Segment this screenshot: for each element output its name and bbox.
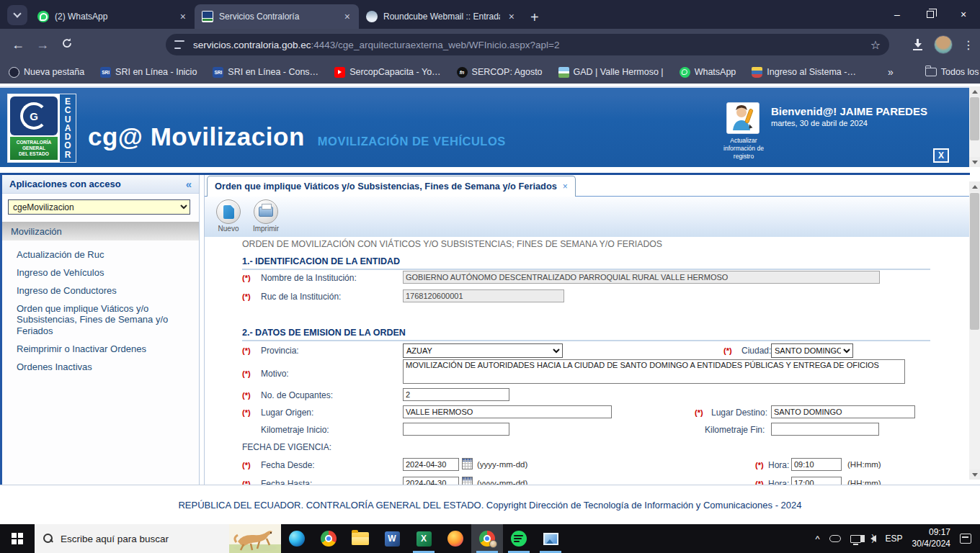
bookmark-sri-inicio[interactable]: SRISRI en Línea - Inicio [100, 67, 197, 78]
back-button[interactable]: ← [6, 37, 30, 53]
bookmark-sercop-agosto[interactable]: fnSERCOP: Agosto [457, 67, 543, 78]
required-mark: (*) [242, 369, 251, 378]
browser-tab-whatsapp[interactable]: (2) WhatsApp × [30, 4, 195, 29]
hora-hasta-input[interactable] [791, 477, 842, 485]
taskbar-chrome[interactable] [313, 524, 344, 553]
cge-logo: G CONTRALORÍAGENERALDEL ESTADO ECUADOR [7, 94, 76, 163]
tab-close-icon[interactable]: × [506, 11, 517, 22]
taskbar-clock[interactable]: 09:17 30/4/2024 [912, 527, 950, 549]
sidebar-item-actualizacion-ruc[interactable]: Actualización de Ruc [17, 249, 187, 261]
fecha-hasta-input[interactable] [403, 477, 459, 485]
browser-menu-icon[interactable]: ⋮ [963, 38, 974, 52]
ciudad-select[interactable]: SANTO DOMINGO [771, 343, 853, 358]
bookmark-sri-consultas[interactable]: SRISRI en Línea - Cons… [213, 67, 318, 78]
whatsapp-icon [37, 11, 49, 22]
lugar-destino-input[interactable] [771, 405, 915, 418]
tab-close-icon[interactable]: × [177, 11, 189, 22]
start-button[interactable] [0, 524, 35, 553]
taskbar-search[interactable]: Escribe aquí para buscar [35, 524, 281, 553]
taskbar-edge[interactable] [281, 524, 313, 553]
sidebar-item-ingreso-conductores[interactable]: Ingreso de Conductores [17, 285, 187, 297]
scroll-down-icon[interactable] [969, 469, 980, 480]
minimize-button[interactable]: – [881, 0, 914, 29]
collapse-sidebar-icon[interactable]: « [186, 178, 192, 190]
bookmark-label: SRI en Línea - Cons… [228, 67, 318, 77]
km-fin-input[interactable] [771, 423, 879, 436]
reload-button[interactable] [55, 37, 79, 53]
file-explorer-icon [352, 532, 369, 545]
sidebar-item-ingreso-vehiculos[interactable]: Ingreso de Vehículos [17, 267, 187, 279]
address-bar[interactable]: servicios.contraloria.gob.ec:4443/cge_ar… [166, 34, 889, 55]
tab-close-icon[interactable]: × [563, 181, 568, 192]
motivo-textarea[interactable]: MOVILIZACIÓN DE AUTORIDADES HACIA LA CIU… [403, 359, 905, 384]
taskbar-word[interactable]: W [376, 524, 408, 553]
content-scrollbar[interactable] [969, 181, 980, 480]
taskbar-excel[interactable]: X [408, 524, 440, 553]
site-info-icon[interactable] [174, 40, 186, 49]
calendar-icon[interactable] [462, 477, 473, 485]
hidden-icons-chevron-icon[interactable]: ^ [815, 534, 819, 544]
scroll-up-icon[interactable] [969, 86, 980, 96]
profile-avatar[interactable] [934, 35, 953, 54]
fecha-desde-input[interactable] [403, 458, 459, 471]
scrollbar-thumb[interactable] [970, 97, 979, 140]
taskbar-photos[interactable] [535, 524, 566, 553]
onedrive-icon[interactable] [829, 535, 841, 542]
scroll-down-icon[interactable] [969, 157, 980, 167]
forward-button[interactable]: → [30, 37, 55, 53]
print-button[interactable]: Imprimir [251, 199, 281, 237]
header-scrollbar[interactable] [969, 86, 980, 167]
bookmark-label: SercopCapacita - Yo… [349, 67, 440, 77]
tab-search-button[interactable] [7, 5, 27, 25]
sidebar-item-ordenes-inactivas[interactable]: Ordenes Inactivas [17, 361, 187, 373]
close-window-button[interactable]: × [947, 0, 980, 29]
new-tab-button[interactable]: + [523, 9, 546, 29]
bookmark-ingreso-sistema[interactable]: Ingreso al Sistema -… [752, 67, 856, 78]
bookmark-nueva-pestana[interactable]: Nueva pestaña [9, 67, 84, 78]
calendar-icon[interactable] [462, 458, 473, 469]
bookmark-gad-valle-hermoso[interactable]: GAD | Valle Hermoso | [558, 67, 664, 78]
sidebar-group-movilizacion[interactable]: Movilización [2, 222, 199, 240]
webpage: G CONTRALORÍAGENERALDEL ESTADO ECUADOR c… [0, 84, 980, 524]
network-icon[interactable] [850, 535, 861, 543]
scroll-up-icon[interactable] [969, 181, 980, 192]
ocupantes-input[interactable] [403, 388, 509, 401]
hora-format-hint: (HH:mm) [847, 479, 881, 485]
lugar-origen-input[interactable] [403, 405, 612, 418]
volume-icon[interactable] [870, 535, 876, 542]
sidebar-item-reimprimir-ordenes[interactable]: Reimprimir o Inactivar Ordenes [17, 343, 187, 355]
tab-orden-viaticos[interactable]: Orden que implique Viáticos y/o Subsiste… [207, 176, 576, 197]
browser-tab-roundcube[interactable]: Roundcube Webmail :: Entrada × [359, 4, 523, 29]
tab-close-icon[interactable]: × [342, 11, 353, 22]
bookmark-whatsapp[interactable]: WhatsApp [680, 67, 736, 78]
km-inicio-input[interactable] [403, 423, 509, 436]
notifications-icon[interactable] [960, 534, 971, 544]
taskbar-spotify[interactable] [503, 524, 535, 553]
restore-button[interactable] [914, 0, 947, 29]
downloads-icon[interactable] [912, 39, 924, 50]
bookmark-star-icon[interactable]: ☆ [870, 38, 881, 52]
bookmark-label: GAD | Valle Hermoso | [574, 67, 664, 77]
browser-tab-servicios-contraloria[interactable]: Servicios Contraloría × [195, 4, 359, 29]
bookmarks-overflow-icon[interactable]: » [888, 66, 894, 78]
scrollbar-thumb[interactable] [970, 193, 979, 330]
new-button[interactable]: Nuevo [213, 199, 244, 237]
hora-desde-input[interactable] [791, 458, 842, 471]
application-select[interactable]: cgeMovilizacion [8, 199, 190, 215]
all-bookmarks-button[interactable]: Todos los marcadores [925, 67, 980, 77]
taskbar-firefox[interactable] [440, 524, 471, 553]
ruc-institucion-input[interactable] [403, 289, 564, 302]
person-pencil-icon [727, 103, 759, 133]
page-footer: REPÚBLICA DEL ECUADOR. CONTRALORÍA GENER… [0, 485, 980, 524]
hora-format-hint: (HH:mm) [847, 460, 881, 469]
session-close-button[interactable]: X [933, 148, 949, 163]
language-indicator[interactable]: ESP [886, 534, 903, 544]
taskbar-file-explorer[interactable] [344, 524, 376, 553]
taskbar-chrome-profile[interactable] [471, 524, 503, 553]
sidebar-item-orden-viaticos[interactable]: Orden que implique Viáticos y/o Subsiste… [17, 303, 187, 338]
content-region: Aplicaciones con acceso « cgeMovilizacio… [0, 173, 980, 485]
update-registration-avatar[interactable] [726, 102, 760, 134]
provincia-select[interactable]: AZUAY [403, 343, 563, 358]
nombre-institucion-input[interactable] [403, 271, 880, 284]
bookmark-sercopcapacita[interactable]: SercopCapacita - Yo… [334, 67, 440, 78]
